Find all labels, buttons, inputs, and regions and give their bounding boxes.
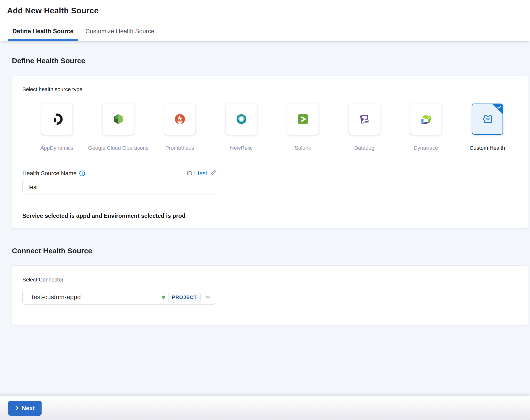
source-type-custom-health: Custom Health <box>456 103 518 151</box>
connector-scope-badge: PROJECT <box>168 293 201 302</box>
source-type-card-datadog[interactable] <box>349 103 380 135</box>
datadog-icon <box>358 113 370 125</box>
source-type-splunk: Splunk <box>272 103 334 151</box>
source-type-label: AppDynamics <box>40 145 74 151</box>
appdynamics-icon <box>51 113 63 125</box>
tab-bar: Define Health Source Customize Health So… <box>0 21 530 41</box>
tab-label: Customize Health Source <box>85 28 154 35</box>
chevron-right-icon <box>15 406 19 411</box>
source-type-label: Google Cloud Operations <box>88 145 148 151</box>
info-icon[interactable] <box>79 170 85 176</box>
newrelic-icon <box>236 113 247 125</box>
source-type-card-google-cloud-operations[interactable] <box>103 103 134 135</box>
health-source-name-row: Health Source Name ID : test <box>22 170 216 177</box>
source-type-prometheus: Prometheus <box>149 103 210 151</box>
service-environment-text: Service selected is appd and Environment… <box>22 212 518 219</box>
source-type-google-cloud-operations: Google Cloud Operations <box>88 103 149 151</box>
footer-bar: Next <box>0 396 530 420</box>
tab-customize-health-source[interactable]: Customize Health Source <box>81 21 159 41</box>
source-type-label: Dynatrace <box>413 145 438 151</box>
source-type-newrelic: NewRelic <box>210 103 272 151</box>
select-type-label: Select health source type <box>22 86 518 93</box>
source-type-label: Splunk <box>295 145 311 151</box>
prometheus-icon <box>174 113 186 125</box>
next-button[interactable]: Next <box>8 401 42 416</box>
health-source-name-input[interactable] <box>22 180 216 194</box>
source-type-appdynamics: AppDynamics <box>26 103 88 151</box>
tab-define-health-source[interactable]: Define Health Source <box>8 21 78 41</box>
source-type-label: Datadog <box>354 145 374 151</box>
check-icon <box>497 105 501 109</box>
connect-section-heading: Connect Health Source <box>12 246 529 256</box>
name-label-group: Health Source Name <box>22 170 85 176</box>
selected-corner <box>492 103 503 115</box>
main-content: Define Health Source Select health sourc… <box>0 41 530 325</box>
source-type-tiles: AppDynamics Google Cloud Operations <box>26 103 518 151</box>
source-type-card-prometheus[interactable] <box>164 103 195 135</box>
id-label: ID : <box>187 170 195 177</box>
source-type-card-dynatrace[interactable] <box>410 103 442 135</box>
dynatrace-icon <box>420 113 432 125</box>
next-button-label: Next <box>22 405 35 412</box>
health-source-name-label: Health Source Name <box>22 170 77 176</box>
edit-pencil-icon[interactable] <box>209 170 216 177</box>
source-type-card-custom-health[interactable] <box>472 103 503 135</box>
google-cloud-operations-icon <box>112 113 124 125</box>
define-section-heading: Define Health Source <box>12 56 529 66</box>
source-type-datadog: Datadog <box>334 103 395 151</box>
source-type-dynatrace: Dynatrace <box>395 103 456 151</box>
select-connector-label: Select Connector <box>22 276 518 283</box>
page-title: Add New Health Source <box>7 6 99 15</box>
modal-header: Add New Health Source <box>0 0 530 21</box>
id-row: ID : test <box>187 170 216 177</box>
chevron-down-icon[interactable] <box>205 294 211 301</box>
tab-label: Define Health Source <box>12 28 74 35</box>
define-health-source-card: Select health source type AppDynamics <box>12 76 529 229</box>
source-type-label: Prometheus <box>165 145 194 151</box>
connector-select[interactable]: test-custom-appd PROJECT <box>22 290 216 304</box>
connector-value: test-custom-appd <box>32 293 162 301</box>
source-type-card-newrelic[interactable] <box>226 103 257 135</box>
splunk-icon <box>297 113 309 125</box>
source-type-card-splunk[interactable] <box>287 103 319 135</box>
source-type-card-appdynamics[interactable] <box>41 103 73 135</box>
source-type-label: NewRelic <box>230 145 253 151</box>
id-value-link[interactable]: test <box>198 170 207 177</box>
source-type-label: Custom Health <box>470 145 505 151</box>
connect-health-source-card: Select Connector test-custom-appd PROJEC… <box>12 266 529 325</box>
green-status-dot <box>162 296 165 299</box>
